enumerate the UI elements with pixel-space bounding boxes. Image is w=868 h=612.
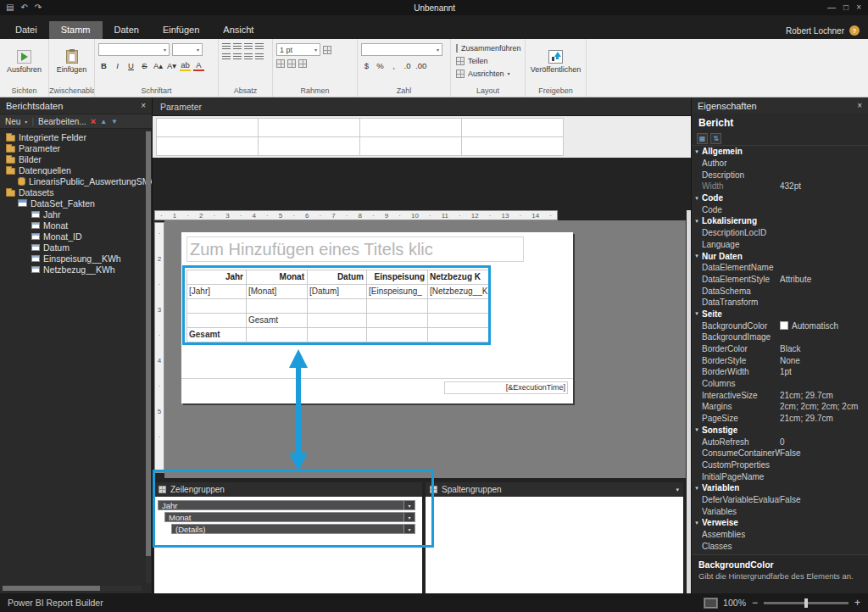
tablix-cell[interactable] [187, 314, 247, 328]
border-grid-icon[interactable] [276, 59, 285, 68]
property-row[interactable]: ▾ DescriptionLocID [692, 227, 868, 239]
new-button[interactable]: Neu [5, 117, 20, 126]
tablix-cell[interactable]: Netzbezug K [428, 270, 491, 285]
tablix-cell[interactable]: [Einspeisung_ [367, 285, 428, 299]
tree-item[interactable]: Jahr [0, 209, 152, 220]
split-cells-button[interactable]: Teilen [451, 54, 525, 67]
undo-icon[interactable]: ↶ [20, 0, 27, 15]
property-row[interactable]: ▾ BorderStyle None [692, 354, 868, 366]
indent-increase-icon[interactable] [255, 53, 264, 60]
zoom-out-button[interactable]: − [752, 598, 758, 608]
property-row[interactable]: ▾ Code [692, 203, 868, 215]
tablix-cell[interactable] [367, 314, 428, 328]
property-row[interactable]: ▾ InteractiveSize 21cm; 29.7cm [692, 389, 868, 401]
strikethrough-button[interactable]: S [139, 59, 150, 71]
help-icon[interactable]: ? [849, 25, 860, 36]
tablix-cell[interactable] [308, 299, 367, 314]
property-row[interactable]: ▾ AutoRefresh 0 [692, 436, 868, 448]
shrink-font-button[interactable]: A▾ [166, 59, 177, 71]
property-row[interactable]: ▾ InitialPageName [692, 470, 868, 482]
thousands-separator-button[interactable]: , [388, 59, 399, 71]
tree-item[interactable]: Parameter [0, 142, 152, 153]
zoom-slider[interactable] [764, 602, 849, 604]
tree-item[interactable]: Datenquellen [0, 164, 152, 175]
categorized-view-icon[interactable]: ▦ [697, 133, 708, 144]
parameter-cell[interactable] [462, 119, 564, 137]
align-center-icon[interactable] [233, 43, 242, 50]
tablix-cell[interactable] [428, 314, 491, 328]
bold-button[interactable]: B [98, 59, 109, 71]
tablix-cell[interactable]: Monat [247, 270, 308, 285]
chevron-down-icon[interactable]: ▾ [676, 487, 679, 493]
percent-button[interactable]: % [375, 59, 386, 71]
align-button[interactable]: Ausrichten ▾ [451, 67, 525, 80]
highlight-color-button[interactable]: ab [180, 59, 191, 71]
property-row[interactable]: ▾ Seite [692, 309, 868, 320]
property-row[interactable]: ▾ Assemblies [692, 529, 868, 541]
close-panel-icon[interactable]: × [857, 101, 862, 110]
property-row[interactable]: ▾ Width 432pt [692, 181, 868, 192]
tree-item[interactable]: Netzbezug__KWh [0, 264, 152, 275]
tree-vertical-scrollbar[interactable] [146, 131, 151, 583]
chevron-down-icon[interactable]: ▾ [403, 525, 415, 533]
parameter-cell[interactable] [360, 119, 462, 137]
property-row[interactable]: ▾ DataTransform [692, 297, 868, 309]
property-row[interactable]: ▾ Nur Daten [692, 250, 868, 262]
tree-item[interactable]: DataSet_Fakten [0, 198, 152, 209]
tablix-cell[interactable]: Jahr [187, 270, 247, 285]
tree-horizontal-scrollbar[interactable] [3, 586, 142, 591]
move-up-icon[interactable]: ▲ [100, 118, 107, 125]
property-row[interactable]: ▾ DataElementName [692, 262, 868, 274]
tablix-cell[interactable] [428, 299, 491, 314]
property-row[interactable]: ▾ BorderWidth 1pt [692, 366, 868, 378]
decrease-decimal-button[interactable]: .0 [402, 59, 413, 71]
grow-font-button[interactable]: A▴ [153, 59, 164, 71]
maximize-icon[interactable]: □ [843, 0, 849, 15]
property-row[interactable]: ▾ Margins 2cm; 2cm; 2cm; 2cm [692, 401, 868, 413]
property-row[interactable]: ▾ Variables [692, 505, 868, 517]
property-row[interactable]: ▾ PageSize 21cm; 29.7cm [692, 413, 868, 425]
parameter-cell[interactable] [157, 137, 259, 156]
tree-item[interactable]: Integrierte Felder [0, 131, 152, 142]
property-row[interactable]: ▾ Sonstige [692, 425, 868, 437]
align-top-icon[interactable] [222, 53, 231, 60]
scrollbar-thumb[interactable] [146, 131, 151, 556]
property-row[interactable]: ▾ Description [692, 169, 868, 181]
chevron-down-icon[interactable]: ▾ [403, 513, 415, 521]
report-title-placeholder[interactable]: Zum Hinzufügen eines Titels klic [186, 236, 524, 262]
tablix-cell[interactable] [428, 328, 491, 342]
tree-item[interactable]: Bilder [0, 153, 152, 164]
row-group-item[interactable]: (Details) ▾ [171, 524, 415, 534]
property-row[interactable]: ▾ DataElementStyle Attribute [692, 274, 868, 286]
publish-button[interactable]: Veröffentlichen [526, 42, 586, 82]
tree-item[interactable]: Monat_ID [0, 231, 152, 242]
tablix-cell[interactable] [367, 299, 428, 314]
canvas-vertical-scrollbar[interactable] [687, 210, 691, 593]
font-family-select[interactable]: ▾ [98, 43, 170, 56]
execution-time-textbox[interactable]: [&ExecutionTime] [444, 381, 568, 394]
chevron-down-icon[interactable]: ▾ [403, 501, 415, 509]
alphabetical-view-icon[interactable]: ⇅ [710, 133, 721, 144]
property-row[interactable]: ▾ Classes [692, 540, 868, 552]
property-row[interactable]: ▾ Columns [692, 378, 868, 390]
tablix-cell[interactable]: Gesamt [247, 314, 308, 328]
border-style-icon[interactable] [298, 59, 307, 68]
parameter-cell[interactable] [259, 119, 360, 137]
tablix-cell[interactable] [367, 328, 428, 342]
fill-color-icon[interactable] [287, 59, 296, 68]
merge-cells-button[interactable]: Zusammenführen [451, 42, 525, 54]
tree-item[interactable]: Datasets [0, 186, 152, 198]
bullet-list-icon[interactable] [255, 43, 264, 50]
property-row[interactable]: ▾ Verweise [692, 517, 868, 529]
property-row[interactable]: ▾ Language [692, 239, 868, 251]
ribbon-tab[interactable]: Datei [3, 21, 49, 39]
ribbon-tab[interactable]: Einfügen [151, 21, 211, 39]
property-row[interactable]: ▾ CustomProperties [692, 459, 868, 471]
property-row[interactable]: ▾ Allgemein [692, 146, 868, 158]
property-row[interactable]: ▾ DeferVariableEvaluati False [692, 494, 868, 506]
parameter-cell[interactable] [259, 137, 360, 156]
indent-decrease-icon[interactable] [244, 53, 253, 60]
design-view-icon[interactable] [704, 598, 717, 608]
property-row[interactable]: ▾ Variablen [692, 482, 868, 494]
increase-decimal-button[interactable]: .00 [415, 59, 426, 71]
